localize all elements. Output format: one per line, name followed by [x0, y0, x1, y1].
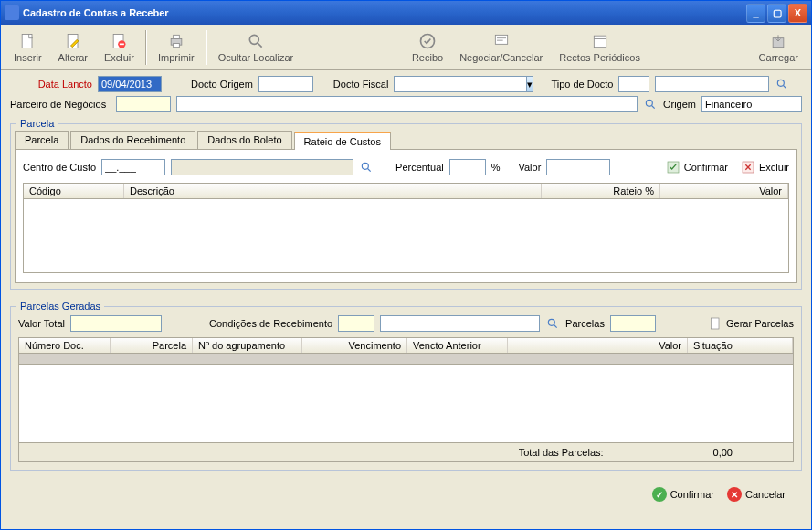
- svg-rect-6: [174, 43, 180, 47]
- centro-custo-desc-field: [171, 159, 353, 175]
- docto-origem-field[interactable]: [258, 76, 313, 92]
- parcelas-table-body: [19, 365, 793, 442]
- confirmar-label: Confirmar: [670, 489, 714, 500]
- rateio-confirmar-button[interactable]: Confirmar: [666, 160, 728, 175]
- rateio-table: Código Descrição Rateio % Valor: [23, 183, 789, 273]
- valor-field[interactable]: [546, 159, 610, 175]
- svg-rect-5: [174, 35, 180, 38]
- col-parcela[interactable]: Parcela: [111, 338, 193, 353]
- rectos-periodicos-button[interactable]: Rectos Periódicos: [552, 30, 648, 65]
- svg-point-12: [778, 80, 785, 86]
- parcela-legend: Parcela: [16, 118, 58, 129]
- recibo-button[interactable]: Recibo: [405, 30, 450, 65]
- parcelas-label: Parcelas: [565, 318, 605, 329]
- load-icon: [769, 32, 787, 50]
- maximize-button[interactable]: ▢: [767, 4, 786, 23]
- toolbar-separator: [145, 30, 147, 65]
- docto-fiscal-field[interactable]: [394, 76, 527, 92]
- tipo-docto-label: Tipo de Docto: [551, 79, 613, 90]
- imprimir-button[interactable]: Imprimir: [151, 30, 202, 65]
- parcelas-geradas-legend: Parcelas Geradas: [16, 301, 104, 312]
- col-valor[interactable]: Valor: [660, 184, 788, 198]
- parcelas-field[interactable]: [610, 315, 656, 332]
- search-icon[interactable]: [775, 77, 789, 91]
- carregar-label: Carregar: [759, 52, 798, 63]
- tab-rateio-custos[interactable]: Rateio de Custos: [294, 132, 391, 150]
- gerar-parcelas-button[interactable]: Gerar Parcelas: [708, 316, 794, 331]
- magnifier-icon: [247, 32, 265, 50]
- search-icon[interactable]: [643, 97, 658, 111]
- close-button[interactable]: X: [788, 4, 807, 23]
- docto-fiscal-label: Docto Fiscal: [333, 79, 389, 90]
- tab-parcela[interactable]: Parcela: [15, 131, 69, 149]
- percentual-label: Percentual: [395, 162, 444, 173]
- parcelas-geradas-fieldset: Parcelas Geradas Valor Total Condições d…: [10, 301, 802, 471]
- parceiro-code-field[interactable]: [116, 96, 171, 112]
- col-n-agrupamento[interactable]: Nº do agrupamento: [193, 338, 302, 353]
- valor-total-field[interactable]: [70, 315, 162, 332]
- check-circle-icon: ✓: [652, 487, 667, 502]
- rateio-panel: Centro de Custo Percentual % Valor: [15, 149, 797, 283]
- alterar-label: Alterar: [58, 52, 88, 63]
- col-vencto-anterior[interactable]: Vencto Anterior: [407, 338, 508, 353]
- data-lancto-field[interactable]: [98, 76, 162, 92]
- gerar-parcelas-label: Gerar Parcelas: [726, 318, 794, 329]
- search-icon[interactable]: [359, 160, 374, 175]
- svg-rect-0: [22, 34, 32, 48]
- col-numero-doc[interactable]: Número Doc.: [19, 338, 111, 353]
- rateio-confirmar-label: Confirmar: [684, 162, 728, 173]
- search-icon[interactable]: [545, 316, 560, 331]
- close-circle-icon: ✕: [727, 487, 742, 502]
- docto-fiscal-combo[interactable]: ▾: [394, 76, 522, 92]
- docto-origem-label: Docto Origem: [191, 79, 253, 90]
- col-valor[interactable]: Valor: [508, 338, 688, 353]
- svg-point-14: [362, 163, 368, 169]
- percentual-field[interactable]: [449, 159, 486, 175]
- cancelar-label: Cancelar: [745, 489, 786, 500]
- printer-icon: [167, 32, 185, 50]
- condicoes-desc-field[interactable]: [380, 315, 540, 332]
- condicoes-code-field[interactable]: [338, 315, 374, 332]
- window-title: Cadastro de Contas a Receber: [23, 7, 746, 18]
- tab-dados-recebimento[interactable]: Dados do Recebimento: [70, 131, 195, 149]
- alterar-button[interactable]: Alterar: [51, 30, 95, 65]
- app-icon: [5, 5, 19, 20]
- parcelas-table-header: Número Doc. Parcela Nº do agrupamento Ve…: [19, 338, 793, 354]
- ocultar-localizar-button[interactable]: Ocultar Localizar: [211, 30, 301, 65]
- rateio-excluir-label: Excluir: [759, 162, 789, 173]
- table-row[interactable]: [19, 354, 793, 365]
- window-buttons: _ ▢ X: [746, 4, 807, 23]
- col-rateio-pct[interactable]: Rateio %: [542, 184, 660, 198]
- contract-icon: [492, 32, 511, 50]
- cancelar-button[interactable]: ✕ Cancelar: [727, 487, 786, 502]
- bottom-bar: ✓ Confirmar ✕ Cancelar: [10, 480, 802, 509]
- tab-dados-boleto[interactable]: Dados do Boleto: [197, 131, 291, 149]
- parcela-fieldset: Parcela Parcela Dados do Recebimento Dad…: [10, 118, 802, 290]
- tipo-docto-code-field[interactable]: [618, 76, 649, 92]
- origem-label: Origem: [663, 99, 696, 110]
- svg-point-13: [646, 100, 652, 106]
- total-label: Total das Parcelas:: [519, 447, 604, 458]
- col-codigo[interactable]: Código: [24, 184, 124, 198]
- tipo-docto-desc-field[interactable]: [655, 76, 769, 92]
- rateio-excluir-button[interactable]: Excluir: [741, 160, 789, 175]
- minimize-button[interactable]: _: [746, 4, 765, 23]
- origem-field: [701, 96, 802, 112]
- parceiro-desc-field[interactable]: [176, 96, 638, 112]
- chevron-down-icon[interactable]: ▾: [527, 76, 533, 92]
- inserir-label: Inserir: [14, 52, 42, 63]
- centro-custo-code-field[interactable]: [101, 159, 165, 175]
- rectos-periodicos-label: Rectos Periódicos: [559, 52, 640, 63]
- centro-custo-label: Centro de Custo: [23, 162, 96, 173]
- inserir-button[interactable]: Inserir: [6, 30, 49, 65]
- titlebar: Cadastro de Contas a Receber _ ▢ X: [1, 1, 811, 25]
- col-situacao[interactable]: Situação: [688, 338, 793, 353]
- col-descricao[interactable]: Descrição: [124, 184, 542, 198]
- excluir-button[interactable]: Excluir: [97, 30, 142, 65]
- carregar-button[interactable]: Carregar: [752, 30, 806, 65]
- negociar-cancelar-button[interactable]: Negociar/Cancelar: [452, 30, 550, 65]
- ocultar-localizar-label: Ocultar Localizar: [218, 52, 294, 63]
- confirmar-button[interactable]: ✓ Confirmar: [652, 487, 714, 502]
- document-new-icon: [18, 32, 37, 50]
- col-vencimento[interactable]: Vencimento: [302, 338, 407, 353]
